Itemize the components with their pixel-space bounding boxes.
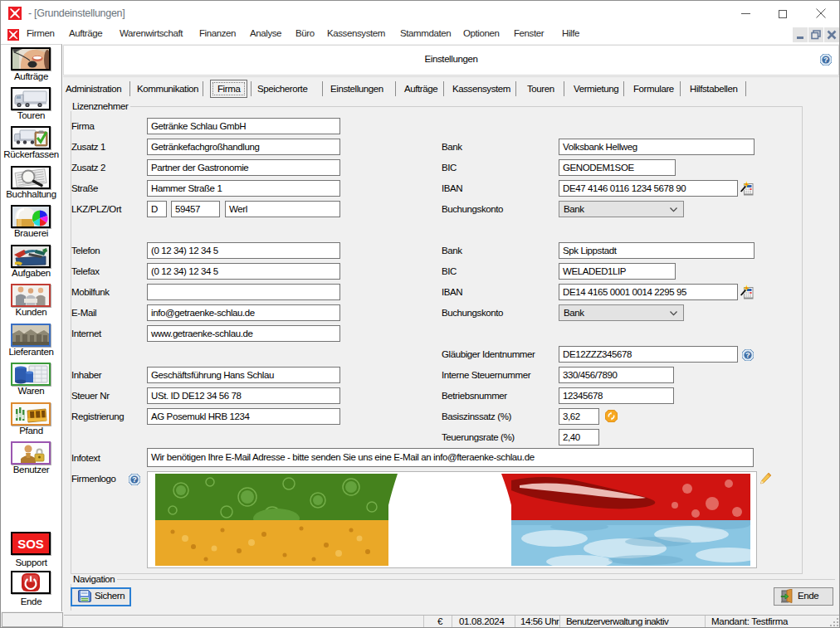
svg-text:?: ? — [823, 55, 828, 64]
svg-text:SOS: SOS — [17, 537, 44, 551]
svg-text:?: ? — [132, 475, 137, 484]
svg-text:?: ? — [745, 350, 750, 359]
